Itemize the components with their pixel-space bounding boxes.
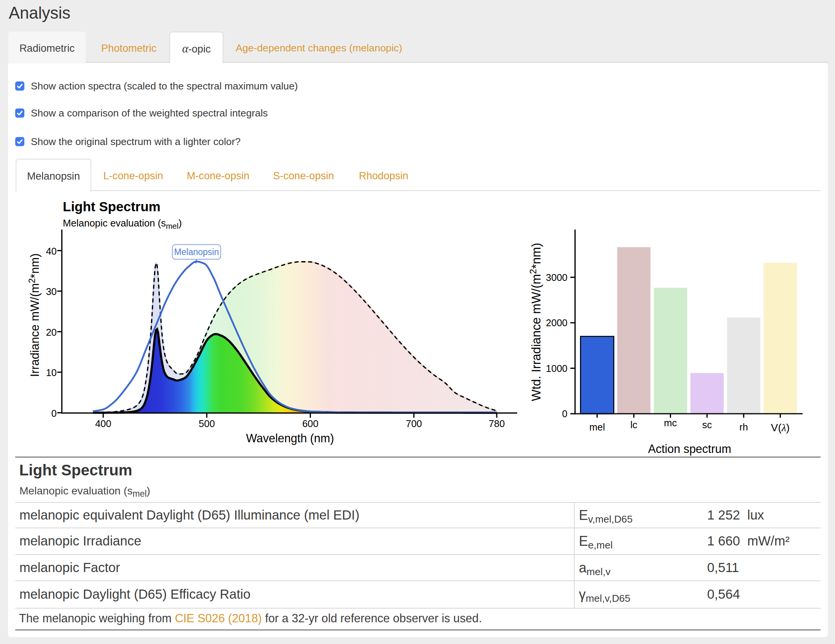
svg-text:780: 780 <box>489 418 505 429</box>
svg-text:Melanopsin: Melanopsin <box>174 247 219 257</box>
svg-text:Melanopic evaluation (smel): Melanopic evaluation (smel) <box>63 217 182 230</box>
svg-text:sc: sc <box>702 420 712 430</box>
svg-text:0: 0 <box>562 408 567 419</box>
svg-text:Action spectrum: Action spectrum <box>648 442 731 455</box>
svg-text:400: 400 <box>95 418 112 429</box>
svg-text:V(λ): V(λ) <box>771 422 790 434</box>
svg-text:20: 20 <box>46 327 57 338</box>
svg-text:1000: 1000 <box>546 363 567 374</box>
svg-text:10: 10 <box>46 367 57 378</box>
svg-text:mc: mc <box>664 418 677 428</box>
svg-text:30: 30 <box>46 286 57 297</box>
svg-text:2000: 2000 <box>546 317 567 328</box>
svg-text:0: 0 <box>51 408 57 419</box>
svg-text:500: 500 <box>199 418 215 429</box>
svg-text:Wtd. Irradiance mW/(m2*nm): Wtd. Irradiance mW/(m2*nm) <box>528 243 543 401</box>
svg-text:600: 600 <box>302 418 318 429</box>
svg-text:700: 700 <box>406 418 422 429</box>
svg-text:mel: mel <box>589 422 605 433</box>
svg-text:Irradiance mW/(m2*nm): Irradiance mW/(m2*nm) <box>27 254 42 377</box>
svg-text:Wavelength (nm): Wavelength (nm) <box>246 432 334 445</box>
svg-text:3000: 3000 <box>546 272 567 283</box>
svg-text:40: 40 <box>46 246 57 257</box>
svg-text:lc: lc <box>630 420 637 430</box>
svg-text:Light Spectrum: Light Spectrum <box>63 199 161 214</box>
svg-text:rh: rh <box>739 422 748 433</box>
